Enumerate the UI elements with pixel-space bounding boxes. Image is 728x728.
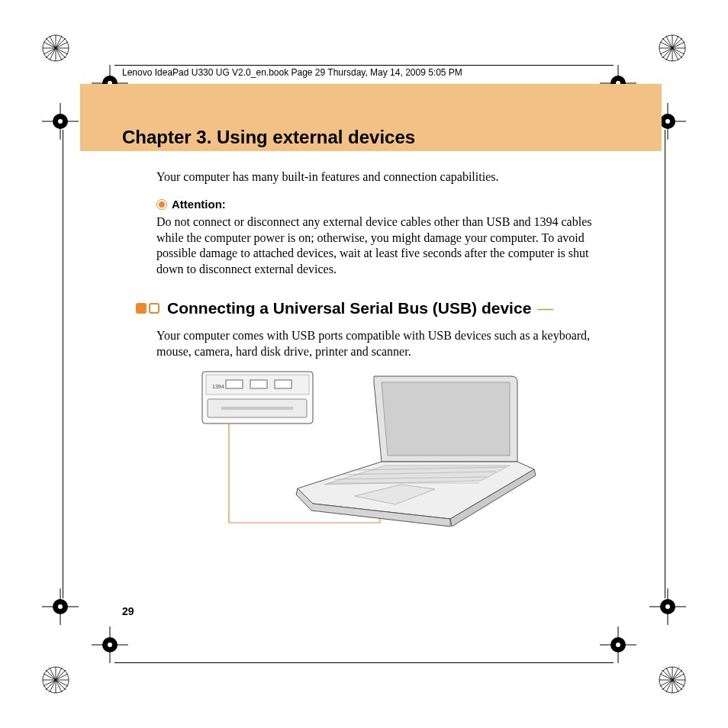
crosshair-icon <box>600 627 636 663</box>
attention-body: Do not connect or disconnect any externa… <box>156 214 610 277</box>
registration-mark-icon <box>659 34 686 62</box>
section-body: Your computer comes with USB ports compa… <box>156 328 610 360</box>
section-bullet-icon <box>136 303 159 314</box>
intro-text: Your computer has many built-in features… <box>156 169 610 185</box>
laptop-usb-figure: 1394 <box>198 370 542 538</box>
crosshair-icon <box>42 103 79 140</box>
crosshair-icon <box>42 588 79 625</box>
svg-point-43 <box>665 119 670 124</box>
svg-point-59 <box>665 604 670 609</box>
crop-line <box>114 662 614 663</box>
crop-line <box>665 130 665 598</box>
page-header: Lenovo IdeaPad U330 UG V2.0_en.book Page… <box>122 67 606 78</box>
page: Lenovo IdeaPad U330 UG V2.0_en.book Page… <box>0 0 728 728</box>
attention-icon <box>156 199 167 210</box>
svg-point-67 <box>616 643 620 647</box>
crop-line <box>63 130 63 598</box>
svg-point-39 <box>58 119 63 124</box>
section-title: Connecting a Universal Serial Bus (USB) … <box>167 299 531 317</box>
svg-point-63 <box>108 643 112 647</box>
section-separator: — <box>537 299 552 317</box>
svg-rect-74 <box>221 407 293 410</box>
svg-point-55 <box>58 604 63 609</box>
svg-rect-72 <box>275 380 292 388</box>
svg-rect-70 <box>226 380 243 388</box>
registration-mark-icon <box>659 666 686 694</box>
svg-rect-71 <box>250 380 267 388</box>
crop-line <box>114 65 614 66</box>
registration-mark-icon <box>42 666 69 694</box>
section-heading: Connecting a Universal Serial Bus (USB) … <box>136 299 610 317</box>
attention-block: Attention: Do not connect or disconnect … <box>156 197 610 277</box>
page-number: 29 <box>122 605 134 617</box>
attention-label: Attention: <box>172 197 226 211</box>
crosshair-icon <box>649 588 686 625</box>
callout-1394-label: 1394 <box>212 384 224 389</box>
crosshair-icon <box>92 627 128 663</box>
registration-mark-icon <box>42 34 69 62</box>
chapter-title: Chapter 3. Using external devices <box>122 127 415 148</box>
